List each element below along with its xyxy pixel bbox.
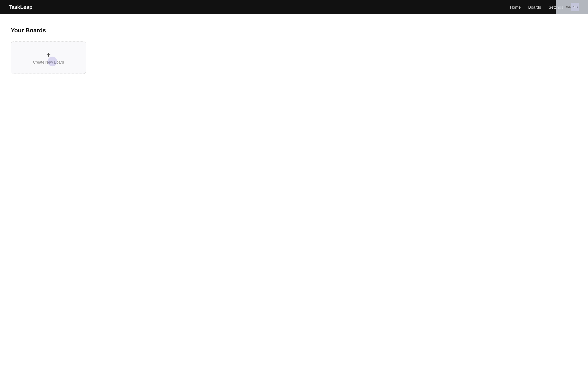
create-board-label: Create New Board xyxy=(33,60,64,64)
nav-home[interactable]: Home xyxy=(510,5,521,9)
nav-boards[interactable]: Boards xyxy=(528,5,541,9)
boards-grid: + Create New Board xyxy=(11,41,577,74)
navbar: TaskLeap Home Boards Settings G the in S xyxy=(0,0,588,14)
page-title: Your Boards xyxy=(11,27,577,34)
main-content: Your Boards + Create New Board xyxy=(0,14,588,87)
user-avatar[interactable]: G xyxy=(571,3,579,11)
plus-icon: + xyxy=(46,51,51,58)
create-board-card[interactable]: + Create New Board xyxy=(11,41,86,74)
nav-settings[interactable]: Settings xyxy=(549,5,563,9)
brand-logo[interactable]: TaskLeap xyxy=(9,4,32,10)
navbar-links: Home Boards Settings G xyxy=(510,3,579,11)
